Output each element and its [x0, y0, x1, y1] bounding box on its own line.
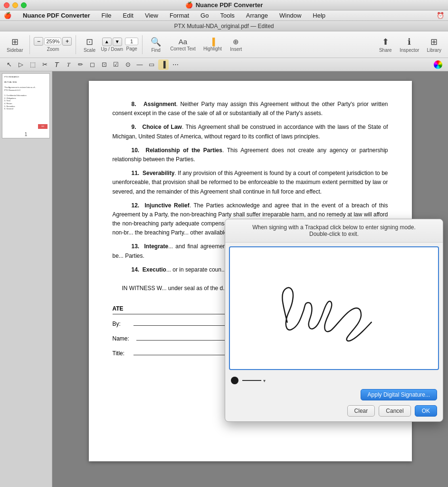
library-label: Library: [427, 48, 441, 53]
color-picker[interactable]: [434, 60, 442, 69]
insert-icon: ⊕: [233, 38, 239, 46]
close-button[interactable]: [4, 2, 10, 8]
highlight-label: Highlight: [203, 46, 222, 51]
section-8: 8. Assignment. Neither Party may assign …: [113, 100, 388, 118]
toolbar-sep-1: [29, 35, 30, 54]
menu-window[interactable]: Window: [277, 12, 303, 19]
highlight-icon: ▐: [210, 38, 215, 46]
ok-button[interactable]: OK: [415, 405, 437, 417]
menu-file[interactable]: File: [100, 12, 114, 19]
main-toolbar: ⊞ Sidebar − 259% + Zoom ⊡ Scale ▲ ▼ Up /…: [0, 31, 448, 58]
find-button[interactable]: 🔍 Find: [146, 36, 165, 54]
pdf-content[interactable]: 8. Assignment. Neither Party may assign …: [52, 71, 448, 487]
find-icon: 🔍: [151, 37, 161, 47]
signature-dialog: When signing with a Trackpad click below…: [225, 219, 443, 422]
sig-apply-row: Apply Digital Signature...: [225, 387, 443, 402]
page-label: Page: [126, 46, 137, 51]
annotation-toolbar: ↖ ▷ ⬚ ✂ T 𝑇 ✏ ◻ ⊡ ☑ ⊙ — ▭ ▐ ⋯: [0, 58, 448, 71]
scale-label: Scale: [84, 48, 95, 53]
menu-tools[interactable]: Tools: [218, 12, 236, 19]
menu-go[interactable]: Go: [199, 12, 210, 19]
titlebar: 🍎 Nuance PDF Converter: [0, 0, 448, 10]
sig-line-preview: [242, 380, 261, 381]
pointer-tool[interactable]: ↖: [4, 59, 14, 70]
share-label: Share: [379, 48, 392, 53]
share-icon: ⬆: [382, 37, 389, 47]
insert-button[interactable]: ⊕ Insert: [227, 37, 246, 53]
apply-digital-sig-button[interactable]: Apply Digital Signature...: [361, 389, 437, 400]
crop-tool[interactable]: ✂: [39, 59, 50, 70]
insert-label: Insert: [230, 47, 242, 52]
text-format-tool[interactable]: 𝑇: [63, 59, 74, 70]
eraser-tool[interactable]: ◻: [87, 59, 97, 70]
maximize-button[interactable]: [21, 2, 27, 8]
page-up-button[interactable]: ▲: [102, 38, 112, 46]
traffic-lights[interactable]: [4, 2, 27, 8]
menu-arrange[interactable]: Arrange: [244, 12, 270, 19]
library-icon: ⊞: [430, 37, 438, 47]
checkbox-tool[interactable]: ☑: [111, 59, 121, 70]
title-label-left: Title:: [113, 350, 132, 357]
library-button[interactable]: ⊞ Library: [424, 36, 444, 54]
zoom-in-button[interactable]: +: [62, 37, 72, 46]
menu-format[interactable]: Format: [168, 12, 191, 19]
menubar: 🍎 Nuance PDF Converter File Edit View Fo…: [0, 10, 448, 21]
select-tool[interactable]: ▷: [16, 59, 26, 70]
sig-bottom-buttons: Clear Cancel OK: [225, 402, 443, 421]
sidebar-label: Sidebar: [7, 48, 23, 53]
zoom-out-button[interactable]: −: [34, 37, 43, 46]
sig-pen-controls: ▾: [225, 374, 443, 387]
scale-button[interactable]: ⊡ Scale: [80, 36, 99, 54]
marquee-tool[interactable]: ⬚: [28, 59, 38, 70]
stamp-tool[interactable]: ⊡: [99, 59, 109, 70]
menu-edit[interactable]: Edit: [121, 12, 135, 19]
sidebar: PTX RESEARCH MUTUAL NDA This Agreement i…: [0, 71, 52, 487]
app-menu-name[interactable]: Nuance PDF Converter: [21, 12, 92, 19]
sig-instruction-1: When signing with a Trackpad click below…: [233, 224, 435, 231]
document-titlebar: PTX Mutual-NDA_original.pdf — Edited: [0, 21, 448, 31]
section-11: 11. Severability. If any provision of th…: [113, 169, 388, 196]
cancel-button[interactable]: Cancel: [379, 405, 410, 417]
circle-tool[interactable]: ⊙: [123, 59, 133, 70]
page-thumbnail-1[interactable]: PTX RESEARCH MUTUAL NDA This Agreement i…: [2, 73, 50, 138]
pen-tool[interactable]: ✏: [75, 59, 86, 70]
page-down-button[interactable]: ▼: [113, 38, 122, 46]
text-tool[interactable]: T: [51, 59, 62, 70]
updown-label: Up / Down: [101, 47, 123, 52]
menu-view[interactable]: View: [143, 12, 160, 19]
section-9: 9. Choice of Law. This Agreement shall b…: [113, 123, 388, 141]
main-area: PTX RESEARCH MUTUAL NDA This Agreement i…: [0, 71, 448, 487]
sig-line-dropdown-arrow: ▾: [263, 378, 266, 383]
share-button[interactable]: ⬆ Share: [376, 36, 395, 54]
line-tool[interactable]: —: [134, 59, 145, 70]
sig-dialog-header: When signing with a Trackpad click below…: [225, 219, 443, 243]
clear-button[interactable]: Clear: [347, 405, 375, 417]
sidebar-toggle-button[interactable]: ⊞ Sidebar: [4, 36, 26, 54]
zoom-group: − 259% + Zoom: [34, 37, 72, 52]
rect-tool[interactable]: ▭: [146, 59, 157, 70]
updown-group: ▲ ▼ Up / Down: [101, 38, 123, 52]
highlight-tool[interactable]: ▐: [158, 59, 169, 70]
find-label: Find: [151, 48, 160, 53]
zoom-value[interactable]: 259%: [44, 38, 61, 45]
page-number[interactable]: 1: [125, 38, 138, 45]
more-tool[interactable]: ⋯: [170, 59, 181, 70]
inspector-label: Inspector: [400, 48, 419, 53]
highlight-button[interactable]: ▐ Highlight: [200, 37, 225, 52]
sig-svg[interactable]: [230, 247, 438, 369]
zoom-label: Zoom: [47, 47, 59, 52]
sig-line-width-selector[interactable]: ▾: [242, 378, 266, 383]
page-number-label: 1: [2, 131, 49, 138]
correct-text-icon: Aa: [179, 38, 187, 46]
name-label-left: Name:: [113, 335, 134, 342]
section-10: 10. Relationship of the Parties. This Ag…: [113, 146, 388, 164]
minimize-button[interactable]: [12, 2, 18, 8]
toolbar-sep-3: [142, 35, 143, 54]
correct-text-button[interactable]: Aa Correct Text: [167, 37, 199, 52]
sig-pen-dot[interactable]: [231, 377, 238, 384]
sig-instruction-2: Double-click to exit.: [233, 231, 435, 237]
menu-help[interactable]: Help: [311, 12, 327, 19]
inspector-button[interactable]: ℹ Inspector: [397, 36, 422, 54]
sig-canvas[interactable]: [229, 246, 439, 370]
document-title: PTX Mutual-NDA_original.pdf — Edited: [174, 23, 274, 29]
